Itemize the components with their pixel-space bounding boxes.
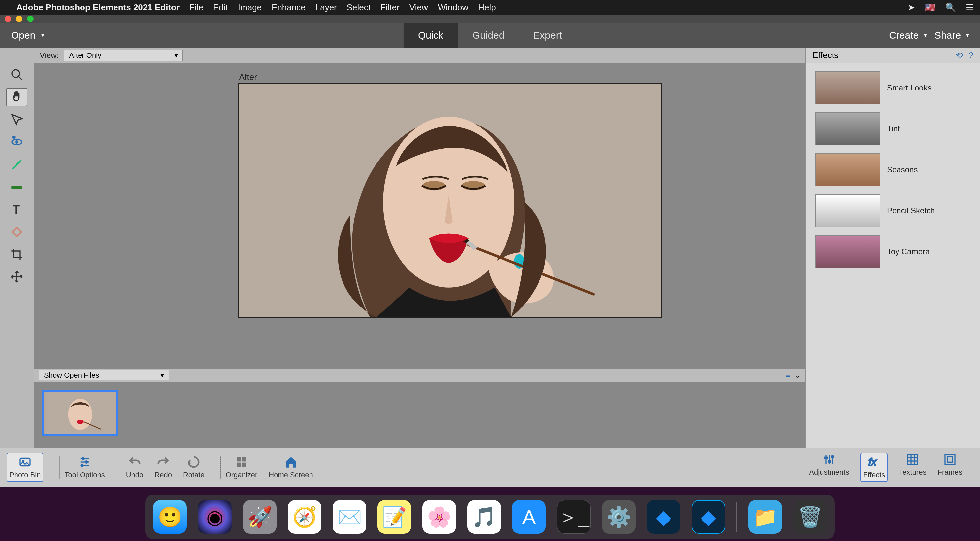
dock-trash[interactable]: 🗑️ [793, 500, 827, 534]
rotate-button[interactable]: Rotate [183, 455, 205, 479]
window-close-button[interactable] [5, 16, 11, 22]
status-icon-search[interactable]: 🔍 [945, 2, 956, 13]
window-chrome [0, 14, 980, 23]
photo-bin-header: Show Open Files ▾ ≡ ⌄ [34, 369, 805, 382]
type-tool[interactable]: T [6, 200, 27, 219]
effect-item-smart-looks[interactable]: Smart Looks [806, 67, 980, 109]
spot-heal-tool[interactable] [6, 223, 27, 241]
textures-button[interactable]: Textures [899, 453, 926, 482]
eye-tool[interactable]: + [6, 133, 27, 151]
dock-siri[interactable]: ◉ [198, 500, 232, 534]
photo-bin-thumb[interactable] [42, 390, 118, 436]
dock-finder[interactable]: 🙂 [153, 500, 187, 534]
create-button[interactable]: Create ▼ [889, 30, 928, 41]
svg-rect-6 [11, 186, 22, 189]
status-icon-cursor[interactable]: ➤ [908, 2, 915, 13]
open-label: Open [11, 30, 35, 41]
dock-pse-organizer[interactable]: ◆ [647, 500, 680, 534]
home-screen-button[interactable]: Home Screen [269, 455, 313, 479]
svg-rect-38 [828, 460, 830, 462]
effect-item-tint[interactable]: Tint [806, 109, 980, 149]
menu-select[interactable]: Select [347, 2, 371, 13]
open-button[interactable]: Open ▼ [0, 23, 56, 48]
bottom-bar: Photo Bin Tool Options Undo Redo Rotate … [0, 448, 980, 487]
dock-pse-editor[interactable]: ◆ [692, 500, 725, 534]
separator [220, 456, 221, 479]
bin-collapse-icon[interactable]: ⌄ [795, 371, 800, 380]
tool-options-button[interactable]: Tool Options [64, 455, 105, 479]
mode-tab-quick[interactable]: Quick [404, 23, 458, 48]
dock-launchpad[interactable]: 🚀 [243, 500, 277, 534]
effects-button[interactable]: fx Effects [860, 453, 888, 482]
frames-label: Frames [937, 468, 962, 477]
menu-image[interactable]: Image [238, 2, 262, 13]
hand-tool[interactable] [6, 88, 27, 106]
dock-mail[interactable]: ✉️ [332, 500, 366, 534]
menu-file[interactable]: File [189, 2, 203, 13]
effects-list[interactable]: Smart Looks Tint Seasons Pencil Sketch T… [806, 64, 980, 448]
status-icon-flag[interactable]: 🇺🇸 [925, 2, 935, 13]
home-screen-label: Home Screen [269, 471, 313, 479]
menu-filter[interactable]: Filter [380, 2, 399, 13]
svg-point-3 [16, 141, 18, 144]
menu-edit[interactable]: Edit [213, 2, 228, 13]
quick-select-tool[interactable] [6, 110, 27, 129]
view-dropdown[interactable]: After Only ▾ [64, 50, 183, 61]
tool-options-label: Tool Options [64, 471, 105, 479]
reset-icon[interactable]: ⟲ [956, 50, 963, 61]
whiten-teeth-tool[interactable] [6, 155, 27, 174]
caret-down-icon: ▾ [161, 371, 164, 380]
menu-help[interactable]: Help [478, 2, 496, 13]
mode-tab-expert[interactable]: Expert [519, 23, 576, 48]
dock-terminal[interactable]: ＞_ [557, 500, 591, 534]
svg-point-20 [76, 420, 84, 424]
svg-rect-37 [825, 457, 827, 459]
menu-window[interactable]: Window [438, 2, 468, 13]
window-minimize-button[interactable] [16, 16, 22, 22]
mode-tab-guided[interactable]: Guided [458, 23, 519, 48]
menu-layer[interactable]: Layer [315, 2, 337, 13]
dock-appstore[interactable]: A [512, 500, 546, 534]
effects-header: Effects ⟲ ? [806, 48, 980, 64]
undo-label: Undo [126, 471, 143, 479]
app-name[interactable]: Adobe Photoshop Elements 2021 Editor [16, 2, 180, 13]
svg-rect-30 [237, 457, 241, 461]
canvas-image[interactable] [237, 83, 662, 318]
effect-item-pencil-sketch[interactable]: Pencil Sketch [806, 190, 980, 231]
move-tool[interactable] [6, 268, 27, 286]
dock-settings[interactable]: ⚙️ [602, 500, 635, 534]
window-zoom-button[interactable] [27, 16, 33, 22]
help-icon[interactable]: ? [969, 50, 974, 61]
frames-button[interactable]: Frames [937, 453, 962, 482]
photo-bin-dropdown[interactable]: Show Open Files ▾ [39, 370, 169, 380]
organizer-button[interactable]: Organizer [226, 455, 258, 479]
zoom-tool[interactable] [6, 65, 27, 84]
separator [121, 456, 121, 479]
menu-enhance[interactable]: Enhance [272, 2, 305, 13]
dock-music[interactable]: 🎵 [467, 500, 501, 534]
dock-downloads[interactable]: 📁 [748, 500, 782, 534]
effect-item-toy-camera[interactable]: Toy Camera [806, 231, 980, 272]
effect-item-seasons[interactable]: Seasons [806, 149, 980, 190]
adjustments-button[interactable]: Adjustments [809, 453, 849, 482]
dock-notes[interactable]: 📝 [377, 500, 411, 534]
svg-rect-39 [832, 456, 834, 458]
dock-photos[interactable]: 🌸 [422, 500, 456, 534]
menu-view[interactable]: View [409, 2, 428, 13]
dock-safari[interactable]: 🧭 [288, 500, 321, 534]
photo-bin-button[interactable]: Photo Bin [6, 453, 43, 482]
effect-thumb [815, 194, 880, 227]
redo-button[interactable]: Redo [154, 455, 172, 479]
crop-tool[interactable] [6, 245, 27, 263]
effect-thumb [815, 71, 880, 104]
caret-down-icon: ▼ [40, 32, 45, 38]
svg-rect-32 [237, 463, 241, 467]
effect-name: Seasons [887, 165, 918, 174]
undo-button[interactable]: Undo [126, 455, 143, 479]
status-icon-control-center[interactable]: ☰ [966, 2, 974, 13]
share-button[interactable]: Share ▼ [934, 30, 970, 41]
mac-menubar: Adobe Photoshop Elements 2021 Editor Fil… [0, 0, 980, 14]
create-label: Create [889, 30, 919, 41]
bin-sort-icon[interactable]: ≡ [786, 371, 790, 380]
straighten-tool[interactable] [6, 178, 27, 196]
